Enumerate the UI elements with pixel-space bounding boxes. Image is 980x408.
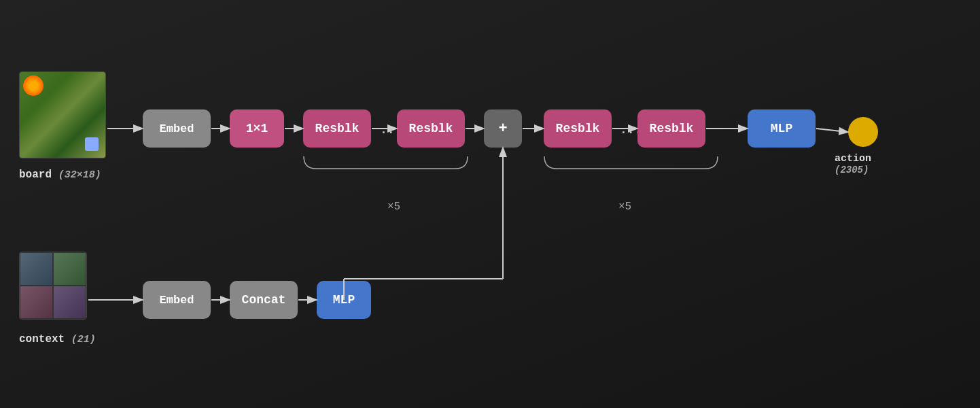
resblk2-block: Resblk	[397, 109, 465, 148]
resblk3-block: Resblk	[544, 109, 612, 148]
resblk4-block: Resblk	[637, 109, 705, 148]
embed-bottom-block: Embed	[143, 281, 211, 319]
diagram-arrows	[0, 0, 980, 408]
mlp-bottom-block: MLP	[317, 281, 371, 319]
concat-block: Concat	[230, 281, 298, 319]
x5-first-label: ×5	[387, 201, 400, 213]
context-image	[19, 252, 87, 320]
action-label: action (2305)	[835, 153, 871, 175]
conv1x1-block: 1×1	[230, 109, 284, 148]
svg-line-8	[816, 129, 847, 132]
embed-top-block: Embed	[143, 109, 211, 148]
mlp-top-block: MLP	[748, 109, 816, 148]
board-label: board (32×18)	[19, 169, 101, 181]
action-circle	[848, 117, 878, 147]
diagram-container: board (32×18) context (21) Embed 1×1 Res…	[0, 0, 980, 408]
x5-second-label: ×5	[618, 201, 631, 213]
board-image	[19, 71, 106, 158]
plus-block: +	[484, 109, 522, 148]
resblk1-block: Resblk	[303, 109, 371, 148]
context-label: context (21)	[19, 333, 96, 345]
